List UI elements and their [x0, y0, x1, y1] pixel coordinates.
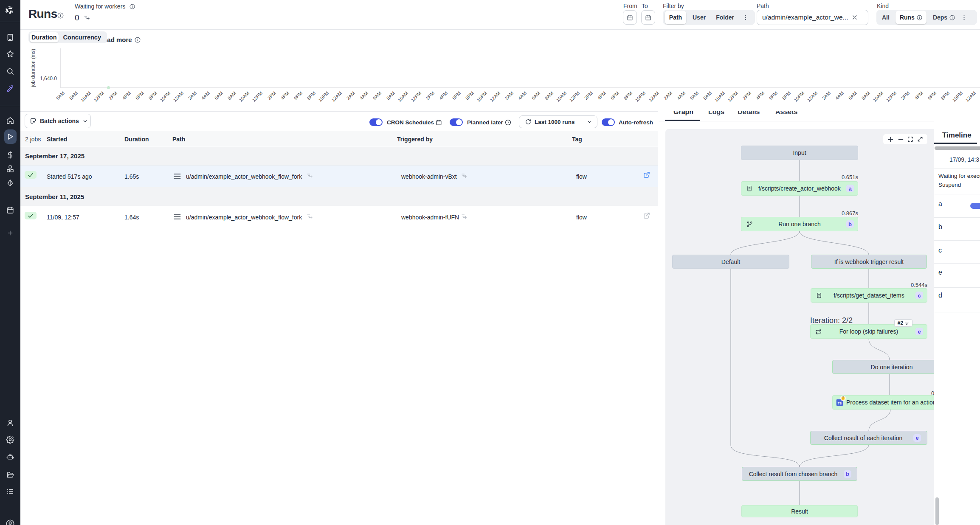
svg-text:TS: TS [838, 401, 842, 405]
